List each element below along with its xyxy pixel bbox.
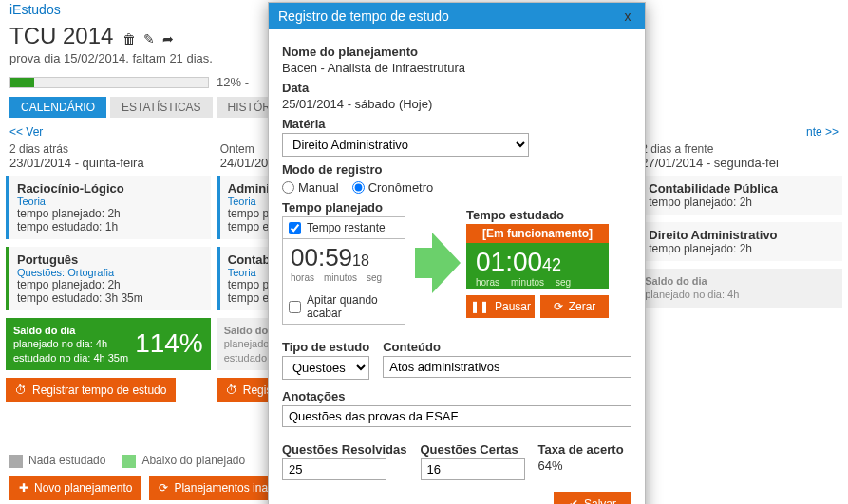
tab-calendar[interactable]: CALENDÁRIO (9, 97, 106, 118)
arrow-icon (415, 233, 457, 293)
study-card[interactable]: Contabilidade Pública tempo planejado: 2… (637, 176, 842, 215)
close-icon[interactable]: x (620, 9, 635, 24)
label-rate: Taxa de acerto (538, 442, 624, 457)
card-done: tempo estudado: 3h 35m (17, 291, 203, 305)
col-rel: 2 dias a frente (641, 142, 839, 156)
study-card[interactable]: Direito Administrativo tempo planejado: … (637, 222, 842, 261)
correct-input[interactable] (421, 458, 525, 480)
plan-name: Bacen - Analista de Infraestrutura (282, 61, 631, 75)
new-plan-button[interactable]: ✚Novo planejamento (9, 476, 141, 500)
card-category: Questões: Ortografia (17, 267, 203, 278)
mode-manual[interactable]: Manual (282, 180, 339, 195)
card-planned: tempo planejado: 2h (649, 196, 835, 209)
day-balance: Saldo do diaplanejado no dia: 4hestudado… (6, 318, 211, 370)
content-input[interactable] (383, 356, 631, 378)
balance-pct: 114% (135, 328, 203, 359)
label-notes: Anotações (282, 389, 631, 403)
modal-title: Registro de tempo de estudo (278, 9, 449, 24)
tab-stats[interactable]: ESTATÍSTICAS (110, 97, 213, 118)
card-planned: tempo planejado: 2h (649, 242, 835, 255)
study-type-select[interactable]: Questões (282, 356, 369, 380)
label-correct: Questões Certas (421, 442, 525, 457)
label-solved: Questões Resolvidas (282, 442, 407, 457)
col-date: 27/01/2014 - segunda-fei (641, 156, 839, 170)
day-balance: Saldo do diaplanejado no dia: 4h (637, 269, 842, 308)
study-time-modal: Registro de tempo de estudo x Nome do pl… (268, 2, 646, 504)
card-title: Português (17, 252, 203, 267)
register-time-button[interactable]: ⏱Registrar tempo de estudo (6, 378, 176, 402)
label-date: Data (282, 81, 631, 95)
study-card[interactable]: Raciocínio-Lógico Teoria tempo planejado… (6, 176, 211, 239)
col-date: 23/01/2014 - quinta-feira (9, 156, 207, 170)
reset-button[interactable]: ⟳Zerar (540, 295, 609, 318)
card-title: Contabilidade Pública (649, 181, 835, 196)
edit-icon[interactable] (143, 31, 155, 47)
nav-next[interactable]: nte >> (806, 125, 839, 139)
card-title: Raciocínio-Lógico (17, 181, 203, 196)
reset-icon: ⟳ (554, 300, 563, 313)
label-subject: Matéria (282, 117, 631, 131)
label-studied-time: Tempo estudado (466, 208, 609, 222)
notes-input[interactable] (282, 405, 631, 427)
date-value: 25/01/2014 - sábado (Hoje) (282, 97, 631, 111)
refresh-icon: ⟳ (159, 481, 168, 495)
study-card[interactable]: Português Questões: Ortografia tempo pla… (6, 247, 211, 310)
card-done: tempo estudado: 1h (17, 220, 203, 233)
card-title: Direito Administrativo (649, 228, 835, 242)
planned-time-box: Tempo restante 00:5918 horasminutosseg A… (282, 216, 405, 325)
pause-icon: ❚❚ (470, 300, 489, 313)
beep-check[interactable] (289, 301, 301, 313)
mode-timer[interactable]: Cronômetro (352, 180, 434, 195)
plan-title: TCU 2014 (9, 23, 113, 49)
card-category: Teoria (17, 196, 203, 207)
legend-none: Nada estudado (9, 454, 105, 468)
col-rel: 2 dias atrás (9, 142, 207, 156)
card-planned: tempo planejado: 2h (17, 278, 203, 291)
accuracy-rate: 64% (538, 458, 624, 473)
card-planned: tempo planejado: 2h (17, 207, 203, 220)
delete-icon[interactable] (122, 31, 136, 47)
clock-icon: ⏱ (15, 383, 27, 397)
label-content: Conteúdo (383, 340, 631, 354)
label-planned-time: Tempo planejado (282, 200, 405, 215)
planned-time-sec: 18 (352, 252, 369, 269)
label-mode: Modo de registro (282, 162, 631, 177)
label-study-type: Tipo de estudo (282, 340, 369, 354)
planned-time-main: 00:59 (291, 243, 352, 271)
subject-select[interactable]: Direito Administrativo (282, 133, 529, 157)
plus-icon: ✚ (19, 481, 28, 495)
legend-below: Abaixo do planejado (122, 454, 245, 468)
share-icon[interactable] (162, 31, 174, 47)
inactive-plans-button[interactable]: ⟳Planejamentos inat (149, 476, 280, 500)
progress-bar (9, 77, 209, 88)
progress-pct: 12% - (217, 75, 249, 89)
clock-icon: ⏱ (226, 383, 237, 397)
save-button[interactable]: ✔Salvar (554, 492, 631, 504)
label-plan-name: Nome do planejamento (282, 45, 631, 59)
solved-input[interactable] (282, 458, 386, 480)
nav-prev[interactable]: << Ver (9, 125, 43, 139)
pause-button[interactable]: ❚❚Pausar (466, 295, 535, 318)
timer-status: [Em funcionamento] (466, 224, 609, 243)
remaining-time-check[interactable] (289, 222, 301, 234)
running-timer: 01:0042 horasminutosseg (466, 243, 609, 289)
check-icon: ✔ (569, 497, 578, 504)
